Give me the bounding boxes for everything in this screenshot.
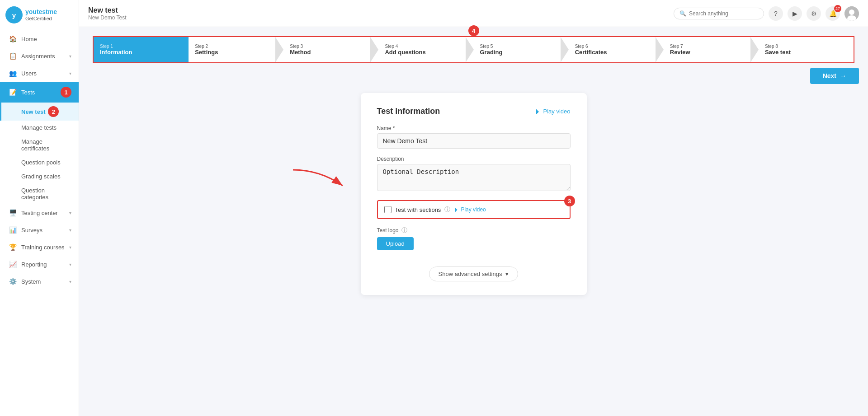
sidebar-item-reporting[interactable]: 📈 Reporting ▾	[0, 256, 79, 273]
notification-badge: 27	[834, 5, 841, 12]
tests-icon: 📝	[9, 89, 17, 96]
step-item-step8[interactable]: Step 8 Save test	[759, 37, 854, 62]
play-video-label: Play video	[543, 108, 571, 115]
description-field-group: Description Optional Description	[377, 156, 571, 193]
sidebar-sub-item-new-test[interactable]: New test 2	[0, 103, 79, 121]
new-test-badge: 2	[48, 106, 59, 117]
chevron-icon-assignments: ▾	[69, 54, 71, 59]
sidebar-label-system: System	[21, 278, 69, 285]
reporting-icon: 📈	[9, 261, 17, 268]
step-name-step3: Method	[290, 49, 372, 56]
description-label: Description	[377, 156, 571, 162]
play-button[interactable]: ▶	[788, 6, 802, 21]
step-badge-4: 4	[468, 25, 479, 36]
upload-label: Upload	[386, 240, 405, 247]
chevron-icon-users: ▾	[69, 71, 71, 76]
assignments-icon: 📋	[9, 52, 17, 60]
system-icon: ⚙️	[9, 278, 17, 285]
sidebar-nav: 🏠 Home 📋 Assignments ▾ 👥 Users ▾ 📝 Tests…	[0, 30, 79, 416]
svg-text:y: y	[12, 11, 16, 19]
test-sections-row: Test with sections ⓘ ⏵ Play video 3	[377, 200, 571, 219]
step-item-step2[interactable]: Step 2 Settings	[189, 37, 283, 62]
test-logo-label: Test logo	[377, 227, 399, 234]
training-icon: 🏆	[9, 243, 17, 251]
card-title: Test information	[377, 107, 440, 116]
sidebar-item-testing-center[interactable]: 🖥️ Testing center ▾	[0, 204, 79, 221]
play-video-small-label: Play video	[461, 206, 486, 213]
step-item-step6[interactable]: Step 6 Certificates	[569, 37, 664, 62]
chevron-icon-testing-center: ▾	[69, 210, 71, 215]
play-small-icon: ⏵	[454, 206, 459, 213]
step-item-step7[interactable]: Step 7 Review	[664, 37, 759, 62]
sidebar-sub-item-question-pools[interactable]: Question pools	[0, 155, 79, 169]
chevron-icon-training: ▾	[69, 245, 71, 250]
sidebar-item-users[interactable]: 👥 Users ▾	[0, 65, 79, 82]
notifications-button[interactable]: 🔔 27	[826, 6, 840, 21]
sidebar-item-tests[interactable]: 📝 Tests 1	[0, 82, 79, 103]
sidebar-sub-item-question-categories[interactable]: Question categories	[0, 183, 79, 204]
play-video-link[interactable]: ⏵ Play video	[534, 108, 571, 116]
name-input[interactable]	[377, 133, 571, 149]
logo: y youtestme GetCertified	[0, 0, 79, 30]
sidebar-sub-item-grading-scales[interactable]: Grading scales	[0, 169, 79, 183]
sidebar-sub-item-manage-certs[interactable]: Manage certificates	[0, 135, 79, 155]
grading-scales-label: Grading scales	[21, 173, 61, 180]
search-input[interactable]	[689, 10, 752, 17]
test-sections-label: Test with sections	[395, 206, 441, 213]
step-number-step6: Step 6	[575, 44, 657, 49]
testing-center-icon: 🖥️	[9, 209, 17, 216]
step-name-step2: Settings	[195, 49, 277, 56]
logo-tagline: GetCertified	[25, 16, 52, 21]
steps-bar: Step 1 Information Step 2 Settings Step …	[93, 36, 854, 63]
settings-icon-button[interactable]: ⚙	[807, 6, 821, 21]
sidebar-item-surveys[interactable]: 📊 Surveys ▾	[0, 221, 79, 238]
upload-button[interactable]: Upload	[377, 237, 414, 250]
sidebar-label-training: Training courses	[21, 244, 69, 251]
sidebar-label-surveys: Surveys	[21, 227, 69, 234]
sidebar-item-home[interactable]: 🏠 Home	[0, 30, 79, 47]
avatar[interactable]	[844, 6, 859, 21]
chevron-icon-surveys: ▾	[69, 228, 71, 233]
step-name-step7: Review	[670, 49, 752, 56]
badge-3: 3	[564, 196, 575, 206]
test-sections-play-video[interactable]: ⏵ Play video	[454, 206, 486, 213]
search-icon: 🔍	[679, 10, 686, 17]
step-item-step5[interactable]: Step 5 Grading	[474, 37, 569, 62]
sidebar: y youtestme GetCertified 🏠 Home 📋 Assign…	[0, 0, 79, 416]
step-number-step8: Step 8	[765, 44, 847, 49]
step-name-step1: Information	[100, 49, 182, 56]
new-test-label: New test	[21, 108, 45, 115]
sidebar-item-assignments[interactable]: 📋 Assignments ▾	[0, 47, 79, 65]
sidebar-item-training-courses[interactable]: 🏆 Training courses ▾	[0, 238, 79, 256]
step-item-step3[interactable]: Step 3 Method	[283, 37, 378, 62]
description-input[interactable]: Optional Description	[377, 164, 571, 191]
step-item-step4[interactable]: Step 4 Add questions	[378, 37, 473, 62]
test-sections-checkbox[interactable]	[384, 206, 392, 213]
search-box[interactable]: 🔍	[674, 8, 764, 19]
home-icon: 🏠	[9, 35, 17, 42]
help-button[interactable]: ?	[769, 6, 783, 21]
step-number-step3: Step 3	[290, 44, 372, 49]
step-number-step1: Step 1	[100, 44, 182, 49]
step-name-step5: Grading	[480, 49, 562, 56]
page-title: New test	[88, 6, 126, 14]
users-icon: 👥	[9, 70, 17, 77]
sidebar-label-tests: Tests	[21, 89, 61, 96]
advanced-settings-button[interactable]: Show advanced settings ▾	[429, 266, 519, 281]
name-label: Name *	[377, 125, 571, 131]
question-pools-label: Question pools	[21, 159, 61, 166]
test-sections-info-icon[interactable]: ⓘ	[444, 206, 450, 214]
test-logo-info-icon[interactable]: ⓘ	[401, 226, 407, 234]
manage-certs-label: Manage certificates	[21, 138, 49, 152]
topbar-right: 🔍 ? ▶ ⚙ 🔔 27	[674, 6, 859, 21]
sidebar-item-system[interactable]: ⚙️ System ▾	[0, 273, 79, 290]
next-button[interactable]: Next →	[810, 68, 859, 84]
sidebar-sub-item-manage-tests[interactable]: Manage tests	[0, 121, 79, 135]
step-item-step1[interactable]: Step 1 Information	[94, 37, 189, 62]
step-name-step6: Certificates	[575, 49, 657, 56]
tests-badge: 1	[61, 87, 71, 98]
next-label: Next	[823, 72, 836, 79]
card-wrapper: Test information ⏵ Play video Name * Des…	[361, 93, 587, 402]
chevron-icon-reporting: ▾	[69, 262, 71, 267]
svg-point-3	[849, 9, 854, 15]
